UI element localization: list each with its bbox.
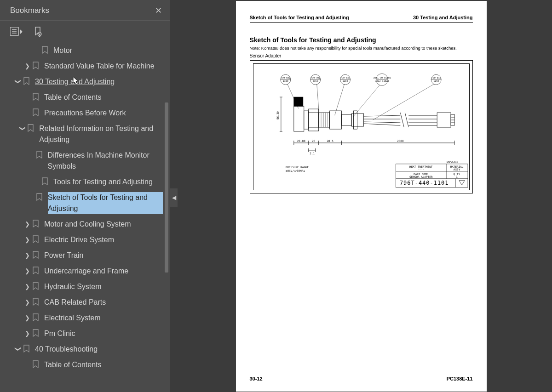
bookmark-label: 30 Testing and Adjusting [35,78,118,85]
bookmark-item[interactable]: ❯Related Information on Testing and Adju… [0,121,163,148]
bookmark-item[interactable]: Differences In Machine Monitor Symbols [0,148,163,174]
svg-line-51 [405,113,408,127]
bookmarks-panel: Bookmarks ✕ Motor❯Standard Value Table f… [0,0,170,392]
chevron-right-icon[interactable]: ❯ [23,62,31,71]
bookmark-label: Sketch of Tools for Testing and Adjustin… [48,193,148,212]
chevron-right-icon[interactable]: ❯ [23,267,31,276]
chevron-right-icon[interactable]: ❯ [23,282,31,291]
svg-text:2350: 2350 [312,80,318,82]
bookmark-icon [32,298,40,306]
bookmark-icon [23,345,31,352]
bookmark-item[interactable]: Tools for Testing and Adjusting [0,174,163,190]
chevron-right-icon[interactable]: ❯ [23,235,31,244]
bookmark-icon [32,108,40,116]
bookmark-item[interactable]: ❯Hydraulic System [0,279,163,295]
svg-text:SENSOR ADAPTER: SENSOR ADAPTER [409,175,433,178]
bookmark-item[interactable]: ❯40 Troubleshooting [0,341,163,357]
svg-text:PRESSURE RANGE: PRESSURE RANGE [285,165,309,169]
bookmark-item[interactable]: Precautions Before Work [0,105,163,121]
chevron-right-icon[interactable]: ❯ [23,251,31,260]
svg-line-50 [400,113,404,127]
bookmark-label: Undercarriage and Frame [44,267,132,275]
bookmarks-tree[interactable]: Motor❯Standard Value Table for Machine❯ … [0,43,170,392]
chevron-right-icon[interactable]: ❯ [23,313,31,323]
bookmark-ribbon-icon[interactable] [31,25,44,38]
bookmark-icon [27,124,35,132]
svg-rect-43 [341,114,351,125]
bookmark-icon [32,329,40,337]
scrollbar[interactable] [164,43,168,392]
svg-rect-32 [304,111,308,129]
svg-text:2.1: 2.1 [310,152,315,155]
chevron-down-icon[interactable]: ❯ [18,125,28,132]
bookmark-label: Table of Contents [44,93,105,101]
bookmark-icon [32,93,40,101]
bookmark-icon [36,151,44,159]
chevron-down-icon[interactable]: ❯ [13,78,23,86]
svg-line-48 [363,122,400,123]
pdf-page: Sketch of Tools for Testing and Adjustin… [236,1,487,392]
svg-text:790-445: 790-445 [431,76,441,79]
svg-rect-33 [308,109,318,131]
svg-text:56.30: 56.30 [276,111,279,119]
bookmark-item[interactable]: Motor [0,43,163,58]
chevron-right-icon[interactable]: ❯ [23,298,31,307]
bookmark-item[interactable]: ❯ 30 Testing and Adjusting [0,74,163,90]
sidebar-toolbar [0,21,170,43]
bookmark-label: Related Information on Testing and Adjus… [39,125,153,143]
bookmark-item[interactable]: ❯Electrical System [0,310,163,326]
svg-line-46 [363,115,400,116]
page-running-header: Sketch of Tools for Testing and Adjustin… [250,15,473,23]
sidebar-title: Bookmarks [10,6,49,15]
scrollbar-thumb[interactable] [165,102,168,273]
model-number: PC138E-11 [447,376,473,381]
bookmark-label: CAB Related Parts [44,298,109,306]
bookmark-label: 40 Troubleshooting [35,345,101,353]
bookmark-icon [41,46,50,54]
document-viewport[interactable]: Sketch of Tools for Testing and Adjustin… [170,0,552,392]
svg-rect-36 [318,113,329,127]
bookmark-item[interactable]: ❯Power Train [0,248,163,263]
svg-rect-42 [329,111,341,129]
collapse-sidebar-handle[interactable]: ◀ [170,188,178,207]
bookmark-icon [32,62,40,69]
chevron-down-icon[interactable]: ❯ [13,345,23,353]
svg-rect-56 [437,113,451,127]
svg-text:28: 28 [312,139,316,142]
svg-rect-30 [293,97,303,106]
svg-text:1340: 1340 [282,80,288,82]
bookmark-label: Electric Drive System [44,236,118,244]
svg-line-49 [363,124,400,125]
svg-text:BKP25304: BKP25304 [447,160,458,163]
bookmark-icon [32,313,40,321]
svg-text:799-440: 799-440 [340,76,350,79]
bookmark-icon [41,177,50,185]
svg-line-29 [373,84,434,120]
bookmark-item[interactable]: ❯Standard Value Table for Machine [0,58,163,74]
bookmark-icon [32,282,40,290]
header-right: 30 Testing and Adjusting [413,15,473,20]
sensor-adapter-drawing: 799-6011340 799-4012350 799-4401160 7861… [253,64,469,190]
bookmark-item[interactable]: ❯Motor and Cooling System [0,216,163,232]
bookmark-item[interactable]: Table of Contents [0,357,163,373]
bookmark-icon [32,235,40,243]
svg-text:1160: 1160 [342,80,348,82]
svg-text:796T-440-1101: 796T-440-1101 [399,180,448,186]
svg-text:799-601: 799-601 [281,76,290,79]
page-title: Sketch of Tools for Testing and Adjustin… [250,36,473,44]
bookmark-item[interactable]: ❯Undercarriage and Frame [0,263,163,279]
bookmark-item[interactable]: ❯Pm Clinic [0,326,163,341]
bookmark-item[interactable]: Table of Contents [0,90,163,105]
svg-text:1150: 1150 [433,80,439,82]
chevron-right-icon[interactable]: ❯ [23,220,31,229]
svg-text:1: 1 [456,175,458,178]
svg-text:799-401: 799-401 [310,76,320,79]
bookmark-item[interactable]: Sketch of Tools for Testing and Adjustin… [0,190,163,216]
header-left: Sketch of Tools for Testing and Adjustin… [250,15,349,20]
close-icon[interactable]: ✕ [155,6,162,16]
chevron-right-icon[interactable]: ❯ [23,329,31,338]
bookmark-label: Differences In Machine Monitor Symbols [48,151,150,170]
bookmark-item[interactable]: ❯Electric Drive System [0,232,163,248]
bookmark-item[interactable]: ❯CAB Related Parts [0,295,163,310]
options-icon[interactable] [10,25,23,38]
